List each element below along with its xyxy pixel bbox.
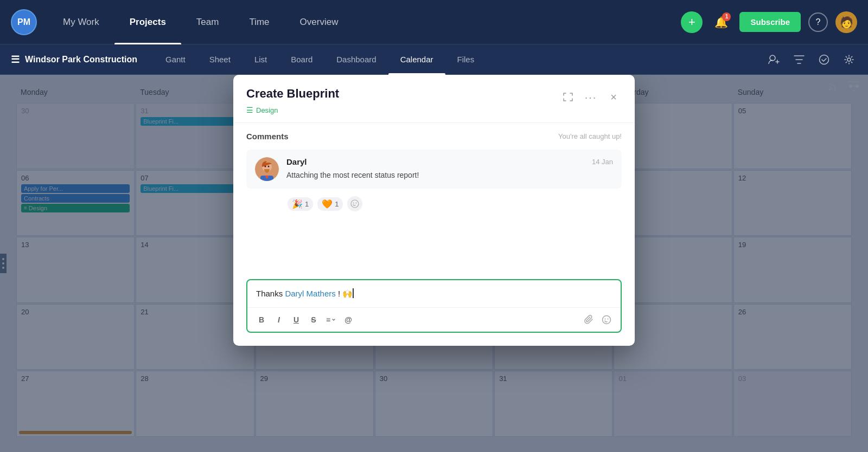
reply-toolbar: B I U S ≡ @ xyxy=(247,307,621,332)
top-nav: PM My Work Projects Team Time Overview +… xyxy=(0,0,868,44)
tab-board[interactable]: Board xyxy=(279,44,324,75)
add-button[interactable]: + xyxy=(681,11,703,33)
hamburger-icon: ☰ xyxy=(11,54,20,66)
view-actions xyxy=(766,51,857,68)
modal-header-actions: ··· × xyxy=(560,89,622,105)
check-circle-icon[interactable] xyxy=(816,51,832,68)
modal-body: Comments You're all caught up! xyxy=(233,123,635,279)
svg-point-8 xyxy=(265,166,266,167)
tab-calendar[interactable]: Calendar xyxy=(388,44,445,75)
comment-author: Daryl xyxy=(286,157,307,166)
reply-editor[interactable]: Thanks Daryl Mathers ! 🙌 B I U S ≡ @ xyxy=(246,279,622,333)
modal-tag[interactable]: ☰ Design xyxy=(246,106,278,114)
project-name-area[interactable]: ☰ Windsor Park Construction xyxy=(11,54,137,66)
reply-text-after: ! 🙌 xyxy=(338,289,353,298)
nav-item-time[interactable]: Time xyxy=(234,0,284,44)
tab-dashboard[interactable]: Dashboard xyxy=(324,44,388,75)
reaction-count-2: 1 xyxy=(335,200,339,208)
comment-item: Daryl 14 Jan Attaching the most recent s… xyxy=(246,150,622,189)
svg-point-9 xyxy=(268,166,270,167)
user-avatar[interactable]: 🧑 xyxy=(835,11,857,33)
nav-item-projects[interactable]: Projects xyxy=(114,0,181,44)
main-content: Monday Tuesday Wednesday Thursday Friday… xyxy=(0,75,868,452)
list-chevron-icon xyxy=(331,318,336,322)
nav-item-overview[interactable]: Overview xyxy=(285,0,354,44)
subscribe-button[interactable]: Subscribe xyxy=(739,12,801,32)
caught-up-text: You're all caught up! xyxy=(558,132,622,140)
task-modal: Create Blueprint ☰ Design ··· × xyxy=(233,75,635,346)
underline-button[interactable]: U xyxy=(289,312,304,327)
tab-files[interactable]: Files xyxy=(445,44,487,75)
comment-avatar xyxy=(255,157,279,181)
svg-point-16 xyxy=(608,319,609,320)
more-options-button[interactable]: ··· xyxy=(583,89,599,105)
reaction-count-1: 1 xyxy=(305,200,309,208)
comments-section: Comments You're all caught up! xyxy=(233,123,635,228)
app-logo[interactable]: PM xyxy=(11,9,37,35)
reaction-emoji-2: 🧡 xyxy=(322,199,333,209)
notification-badge: 1 xyxy=(722,12,731,21)
comment-meta: Daryl 14 Jan xyxy=(286,157,613,166)
add-user-icon[interactable] xyxy=(766,51,782,68)
svg-point-13 xyxy=(356,203,357,204)
view-tabs: Gantt Sheet List Board Dashboard Calenda… xyxy=(154,44,766,75)
list-button[interactable]: ≡ xyxy=(323,312,339,327)
nav-item-team[interactable]: Team xyxy=(181,0,234,44)
reaction-celebrate[interactable]: 🎉 1 xyxy=(288,197,313,211)
strikethrough-button[interactable]: S xyxy=(306,312,321,327)
modal-header: Create Blueprint ☰ Design ··· × xyxy=(233,75,635,123)
modal-title: Create Blueprint xyxy=(246,87,553,101)
reply-content-area[interactable]: Thanks Daryl Mathers ! 🙌 xyxy=(247,280,621,308)
tab-list[interactable]: List xyxy=(242,44,279,75)
comment-date: 14 Jan xyxy=(592,158,613,166)
nav-right: + 🔔 1 Subscribe ? 🧑 xyxy=(681,11,857,33)
expand-button[interactable] xyxy=(560,89,576,105)
comment-text: Attaching the most recent status report! xyxy=(286,170,613,181)
svg-point-2 xyxy=(847,58,851,61)
reaction-heart[interactable]: 🧡 1 xyxy=(317,197,343,211)
attachment-button[interactable] xyxy=(582,312,597,327)
filter-icon[interactable] xyxy=(791,51,807,68)
reactions-row: 🎉 1 🧡 1 xyxy=(246,193,622,219)
tab-gantt[interactable]: Gantt xyxy=(154,44,197,75)
comment-content: Daryl 14 Jan Attaching the most recent s… xyxy=(286,157,613,181)
modal-title-area: Create Blueprint ☰ Design xyxy=(246,87,553,115)
reply-text-before: Thanks xyxy=(256,289,283,298)
emoji-button[interactable] xyxy=(599,312,614,327)
svg-point-14 xyxy=(603,316,611,324)
svg-point-11 xyxy=(351,200,359,208)
svg-point-15 xyxy=(605,319,606,320)
tag-icon: ☰ xyxy=(246,106,253,114)
comments-label: Comments xyxy=(246,132,289,141)
second-nav: ☰ Windsor Park Construction Gantt Sheet … xyxy=(0,44,868,75)
nav-item-mywork[interactable]: My Work xyxy=(48,0,114,44)
bold-button[interactable]: B xyxy=(254,312,269,327)
modal-tag-label: Design xyxy=(256,106,278,114)
help-button[interactable]: ? xyxy=(808,12,828,32)
nav-items: My Work Projects Team Time Overview xyxy=(48,0,681,44)
close-button[interactable]: × xyxy=(605,89,622,105)
tab-sheet[interactable]: Sheet xyxy=(197,44,242,75)
notifications-button[interactable]: 🔔 1 xyxy=(710,11,732,33)
svg-point-12 xyxy=(353,203,354,204)
settings-icon[interactable] xyxy=(841,51,857,68)
italic-button[interactable]: I xyxy=(271,312,286,327)
add-reaction-button[interactable] xyxy=(347,196,362,211)
svg-point-1 xyxy=(820,55,829,64)
cursor xyxy=(353,288,354,298)
project-name: Windsor Park Construction xyxy=(25,55,137,64)
at-button[interactable]: @ xyxy=(341,312,356,327)
reaction-emoji-1: 🎉 xyxy=(292,199,303,209)
mention-daryl-mathers[interactable]: Daryl Mathers xyxy=(285,289,335,298)
comments-header: Comments You're all caught up! xyxy=(246,132,622,141)
